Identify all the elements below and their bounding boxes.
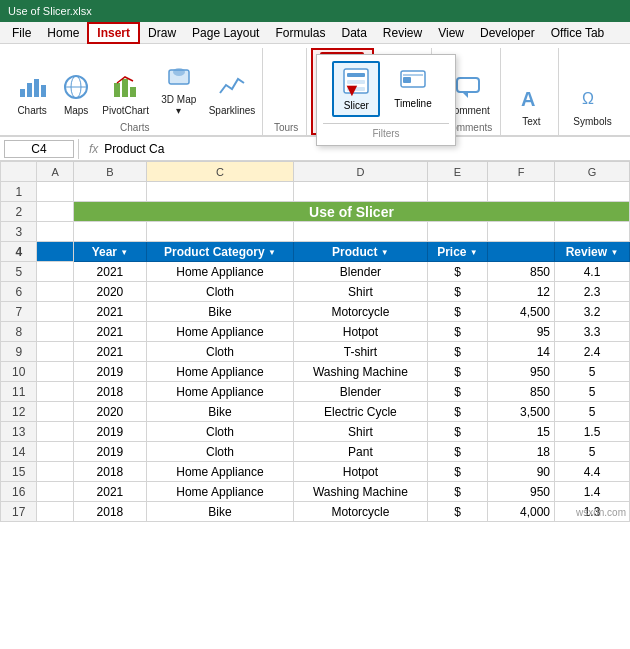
cell-a1[interactable] [37, 182, 73, 202]
cell-e17[interactable]: $ [427, 502, 487, 522]
sparklines-icon-btn[interactable]: Sparklines [207, 69, 258, 118]
cell-d1[interactable] [294, 182, 428, 202]
cell-b5[interactable]: 2021 [73, 262, 146, 282]
charts-icon[interactable]: Charts [12, 69, 52, 118]
menu-formulas[interactable]: Formulas [267, 24, 333, 42]
cell-b17[interactable]: 2018 [73, 502, 146, 522]
cell-c10[interactable]: Home Appliance [146, 362, 293, 382]
cell-a12[interactable] [37, 402, 73, 422]
cell-b9[interactable]: 2021 [73, 342, 146, 362]
cell-d9[interactable]: T-shirt [294, 342, 428, 362]
menu-office-tab[interactable]: Office Tab [543, 24, 613, 42]
cell-c1[interactable] [146, 182, 293, 202]
cell-a5[interactable] [37, 262, 73, 282]
cell-a8[interactable] [37, 322, 73, 342]
cell-g6[interactable]: 2.3 [555, 282, 630, 302]
cell-a13[interactable] [37, 422, 73, 442]
cell-b6[interactable]: 2020 [73, 282, 146, 302]
cell-b1[interactable] [73, 182, 146, 202]
cell-a17[interactable] [37, 502, 73, 522]
menu-insert[interactable]: Insert [87, 22, 140, 44]
cell-f3[interactable] [488, 222, 555, 242]
name-box[interactable] [4, 140, 74, 158]
cell-e10[interactable]: $ [427, 362, 487, 382]
cell-f1[interactable] [488, 182, 555, 202]
header-price2[interactable] [488, 242, 555, 262]
cell-f8[interactable]: 95 [488, 322, 555, 342]
cell-g5[interactable]: 4.1 [555, 262, 630, 282]
cell-e9[interactable]: $ [427, 342, 487, 362]
cell-b13[interactable]: 2019 [73, 422, 146, 442]
cell-e5[interactable]: $ [427, 262, 487, 282]
cell-f13[interactable]: 15 [488, 422, 555, 442]
cell-c15[interactable]: Home Appliance [146, 462, 293, 482]
cell-e15[interactable]: $ [427, 462, 487, 482]
cell-a11[interactable] [37, 382, 73, 402]
cell-g13[interactable]: 1.5 [555, 422, 630, 442]
cell-c12[interactable]: Bike [146, 402, 293, 422]
cell-g1[interactable] [555, 182, 630, 202]
cell-g8[interactable]: 3.3 [555, 322, 630, 342]
cell-f15[interactable]: 90 [488, 462, 555, 482]
cell-c5[interactable]: Home Appliance [146, 262, 293, 282]
cell-d15[interactable]: Hotpot [294, 462, 428, 482]
cell-c3[interactable] [146, 222, 293, 242]
cell-b15[interactable]: 2018 [73, 462, 146, 482]
cell-f16[interactable]: 950 [488, 482, 555, 502]
cell-a16[interactable] [37, 482, 73, 502]
cell-f7[interactable]: 4,500 [488, 302, 555, 322]
cell-d16[interactable]: Washing Machine [294, 482, 428, 502]
cell-a7[interactable] [37, 302, 73, 322]
cell-g14[interactable]: 5 [555, 442, 630, 462]
cell-d3[interactable] [294, 222, 428, 242]
cell-a14[interactable] [37, 442, 73, 462]
cell-f10[interactable]: 950 [488, 362, 555, 382]
cell-d10[interactable]: Washing Machine [294, 362, 428, 382]
cell-d17[interactable]: Motorcycle [294, 502, 428, 522]
cell-g3[interactable] [555, 222, 630, 242]
cell-c6[interactable]: Cloth [146, 282, 293, 302]
maps-icon-btn[interactable]: Maps [56, 69, 96, 118]
cell-a10[interactable] [37, 362, 73, 382]
cell-e11[interactable]: $ [427, 382, 487, 402]
header-product[interactable]: Product ▼ [294, 242, 428, 262]
cell-f17[interactable]: 4,000 [488, 502, 555, 522]
cell-d5[interactable]: Blender [294, 262, 428, 282]
cell-f5[interactable]: 850 [488, 262, 555, 282]
menu-developer[interactable]: Developer [472, 24, 543, 42]
cell-e3[interactable] [427, 222, 487, 242]
cell-c13[interactable]: Cloth [146, 422, 293, 442]
cell-e1[interactable] [427, 182, 487, 202]
menu-review[interactable]: Review [375, 24, 430, 42]
cell-b12[interactable]: 2020 [73, 402, 146, 422]
cell-a15[interactable] [37, 462, 73, 482]
cell-b8[interactable]: 2021 [73, 322, 146, 342]
cell-d6[interactable]: Shirt [294, 282, 428, 302]
cell-g7[interactable]: 3.2 [555, 302, 630, 322]
cell-b10[interactable]: 2019 [73, 362, 146, 382]
cell-e7[interactable]: $ [427, 302, 487, 322]
cell-g10[interactable]: 5 [555, 362, 630, 382]
cell-g15[interactable]: 4.4 [555, 462, 630, 482]
cell-b11[interactable]: 2018 [73, 382, 146, 402]
cell-c14[interactable]: Cloth [146, 442, 293, 462]
cell-g16[interactable]: 1.4 [555, 482, 630, 502]
cell-a6[interactable] [37, 282, 73, 302]
text-icon-btn[interactable]: A Text [511, 80, 551, 129]
cell-c9[interactable]: Cloth [146, 342, 293, 362]
cell-g9[interactable]: 2.4 [555, 342, 630, 362]
cell-d11[interactable]: Blender [294, 382, 428, 402]
cell-e16[interactable]: $ [427, 482, 487, 502]
cell-c17[interactable]: Bike [146, 502, 293, 522]
symbols-icon-btn[interactable]: Ω Symbols [569, 80, 615, 129]
menu-draw[interactable]: Draw [140, 24, 184, 42]
cell-a2[interactable] [37, 202, 73, 222]
cell-f14[interactable]: 18 [488, 442, 555, 462]
cell-a4[interactable] [37, 242, 73, 262]
cell-b3[interactable] [73, 222, 146, 242]
cell-f6[interactable]: 12 [488, 282, 555, 302]
cell-f9[interactable]: 14 [488, 342, 555, 362]
menu-home[interactable]: Home [39, 24, 87, 42]
cell-b14[interactable]: 2019 [73, 442, 146, 462]
cell-g12[interactable]: 5 [555, 402, 630, 422]
